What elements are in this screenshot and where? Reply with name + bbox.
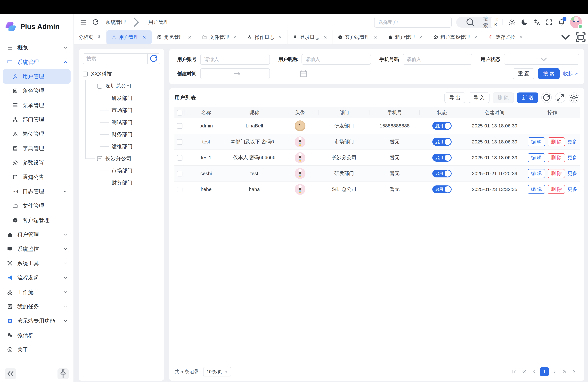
status-select[interactable]: 请选择 xyxy=(504,54,579,65)
status-toggle[interactable]: 启用 xyxy=(432,170,452,177)
date-range-input[interactable]: 开始日期 结束日期 xyxy=(200,68,270,79)
user-avatar[interactable] xyxy=(570,16,582,28)
sidebar-item-system-monitor[interactable]: 系统监控 xyxy=(0,242,74,256)
tree-node[interactable]: 运维部门 xyxy=(112,141,160,153)
tree-collapse-box[interactable] xyxy=(97,84,102,88)
nav-next-more-icon[interactable] xyxy=(560,367,569,376)
sidebar-item-notice[interactable]: 通知公告 xyxy=(3,170,71,184)
status-toggle[interactable]: 启用 xyxy=(432,186,452,193)
tab-user-management[interactable]: 用户管理 xyxy=(106,30,152,44)
close-icon[interactable] xyxy=(278,35,282,40)
sidebar-item-role-management[interactable]: 角色管理 xyxy=(3,84,71,98)
tree-node[interactable]: 深圳总公司 xyxy=(97,80,160,92)
close-icon[interactable] xyxy=(519,35,523,40)
sidebar-item-system-tools[interactable]: 系统工具 xyxy=(0,256,74,271)
tree-node[interactable]: 测试部门 xyxy=(112,116,160,128)
tree-node[interactable]: 市场部门 xyxy=(112,165,160,177)
tab-role-management[interactable]: 角色管理 xyxy=(152,30,197,44)
more-link[interactable]: 更多 xyxy=(567,186,577,193)
dark-mode-moon-icon[interactable] xyxy=(520,18,528,26)
close-icon[interactable] xyxy=(232,35,237,40)
status-toggle[interactable]: 启用 xyxy=(432,122,452,130)
sidebar-item-file-management[interactable]: 文件管理 xyxy=(3,199,71,213)
edit-button[interactable]: 编 辑 xyxy=(528,185,545,194)
delete-button[interactable]: 删 除 xyxy=(493,92,514,103)
fullscreen-icon[interactable] xyxy=(545,18,553,26)
tree-search-input[interactable] xyxy=(83,54,147,64)
page-refresh-icon[interactable] xyxy=(92,18,100,26)
page-number-current[interactable]: 1 xyxy=(540,367,549,376)
tab-tenant-management[interactable]: 租户管理 xyxy=(383,30,428,44)
pin-icon[interactable] xyxy=(97,35,102,40)
content-fullscreen-icon[interactable] xyxy=(573,30,588,44)
phone-input[interactable]: 请输入 xyxy=(403,54,472,65)
close-icon[interactable] xyxy=(323,35,328,40)
sidebar-item-dict-management[interactable]: 字典管理 xyxy=(3,141,71,156)
tab-tenant-package[interactable]: 租户套餐管理 xyxy=(428,30,483,44)
tree-refresh-icon[interactable] xyxy=(147,54,160,64)
sidebar-item-tenant-management[interactable]: 租户管理 xyxy=(0,227,74,242)
row-checkbox[interactable] xyxy=(177,171,182,176)
table-settings-gear-icon[interactable] xyxy=(569,92,579,103)
status-toggle[interactable]: 启用 xyxy=(432,138,452,146)
tree-node[interactable]: 长沙分公司 xyxy=(97,153,160,165)
sidebar-pin-button[interactable] xyxy=(58,368,69,379)
nav-last-icon[interactable] xyxy=(570,367,579,376)
more-link[interactable]: 更多 xyxy=(567,154,577,161)
row-checkbox[interactable] xyxy=(177,155,182,161)
tree-collapse-box[interactable] xyxy=(83,72,88,76)
tab-operation-log[interactable]: 操作日志 xyxy=(242,30,288,44)
sidebar-item-menu-management[interactable]: 菜单管理 xyxy=(3,98,71,112)
sidebar-item-log-management[interactable]: DEV日志管理 xyxy=(3,184,71,199)
tab-client-management[interactable]: 客户端管理 xyxy=(333,30,383,44)
tenant-select-input[interactable] xyxy=(374,17,452,28)
translate-icon[interactable] xyxy=(533,18,541,26)
export-button[interactable]: 导 出 xyxy=(444,92,465,103)
breadcrumb-page[interactable]: 用户管理 xyxy=(146,19,168,26)
tab-analysis[interactable]: 分析页 xyxy=(74,30,106,44)
table-expand-icon[interactable] xyxy=(555,92,566,103)
delete-row-button[interactable]: 删 除 xyxy=(548,153,565,162)
sidebar-item-system-management[interactable]: 系统管理 xyxy=(0,55,74,69)
tree-collapse-box[interactable] xyxy=(97,156,102,161)
edit-button[interactable]: 编 辑 xyxy=(528,137,545,146)
close-icon[interactable] xyxy=(187,35,192,40)
hamburger-menu-icon[interactable] xyxy=(80,18,87,26)
select-all-checkbox[interactable] xyxy=(177,110,182,116)
notifications-bell-icon[interactable] xyxy=(558,18,566,26)
close-icon[interactable] xyxy=(419,35,423,40)
sidebar-item-demo-features[interactable]: 演示站专用功能 xyxy=(0,314,74,328)
status-toggle[interactable]: 启用 xyxy=(432,154,452,162)
delete-row-button[interactable]: 删 除 xyxy=(548,137,565,146)
sidebar-item-my-tasks[interactable]: 我的任务 xyxy=(0,299,74,314)
tab-file-management[interactable]: 文件管理 xyxy=(197,30,242,44)
sidebar-item-wechat-group[interactable]: 微信群 xyxy=(0,328,74,342)
sidebar-collapse-button[interactable] xyxy=(5,368,16,379)
sidebar-item-process-start[interactable]: 流程发起 xyxy=(0,271,74,285)
table-refresh-icon[interactable] xyxy=(541,92,552,103)
collapse-filter-link[interactable]: 收起 xyxy=(563,70,579,77)
settings-gear-icon[interactable] xyxy=(508,18,516,26)
edit-button[interactable]: 编 辑 xyxy=(528,153,545,162)
nickname-input[interactable]: 请输入 xyxy=(301,54,371,65)
tree-node[interactable]: XXX科技 xyxy=(83,68,160,80)
delete-row-button[interactable]: 删 除 xyxy=(548,185,565,194)
nav-prev-icon[interactable] xyxy=(530,367,539,376)
tree-node[interactable]: 市场部门 xyxy=(112,104,160,116)
tab-login-log[interactable]: 登录日志 xyxy=(288,30,333,44)
tabs-dropdown-chevron-icon[interactable] xyxy=(558,30,573,44)
add-button[interactable]: 新 增 xyxy=(517,92,538,103)
row-checkbox[interactable] xyxy=(177,139,182,145)
close-icon[interactable] xyxy=(373,35,378,40)
sidebar-item-param-settings[interactable]: 参数设置 xyxy=(3,156,71,170)
nav-next-icon[interactable] xyxy=(550,367,559,376)
more-link[interactable]: 更多 xyxy=(567,139,577,145)
global-search-button[interactable]: 搜索 ⌘ K xyxy=(456,17,504,28)
sidebar-item-client-management[interactable]: 客户端管理 xyxy=(3,213,71,227)
nav-prev-more-icon[interactable] xyxy=(520,367,528,376)
sidebar-item-dept-management[interactable]: 部门管理 xyxy=(3,112,71,127)
tree-node[interactable]: 财务部门 xyxy=(112,128,160,141)
breadcrumb-section[interactable]: 系统管理 xyxy=(104,19,126,26)
tree-node[interactable]: 研发部门 xyxy=(112,92,160,104)
page-size-select[interactable]: 10条/页 xyxy=(203,367,231,377)
